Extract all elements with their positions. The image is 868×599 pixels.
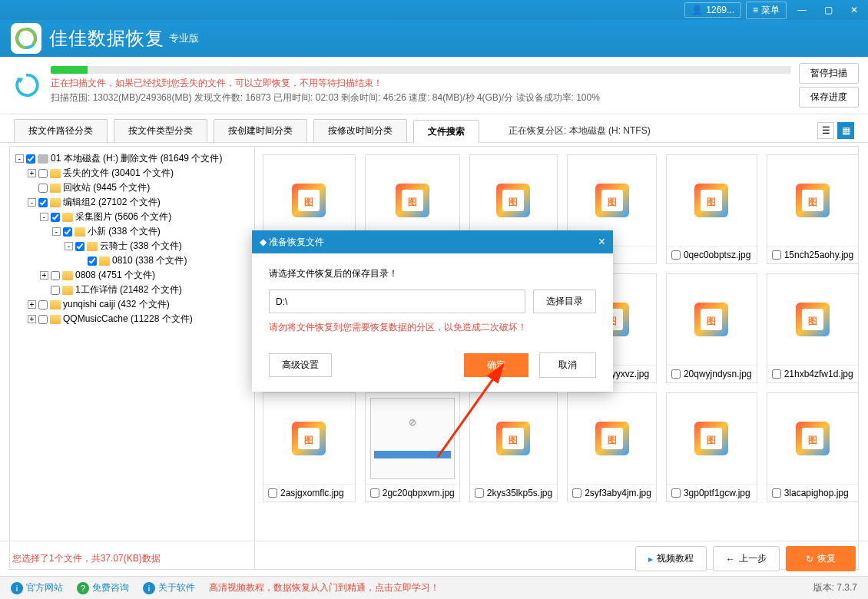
dialog-close-icon[interactable]: × (598, 235, 605, 249)
tree-node[interactable]: -云骑士 (338 个文件) (13, 239, 251, 253)
tree-checkbox[interactable] (88, 256, 97, 266)
tree-node[interactable]: 1工作详情 (21482 个文件) (13, 283, 251, 297)
file-name: 2gc20qbpxvm.jpg (383, 488, 455, 498)
svg-text:图: 图 (808, 316, 817, 326)
tree-node[interactable]: -小新 (338 个文件) (13, 224, 251, 239)
tree-node[interactable]: -采集图片 (5606 个文件) (13, 210, 251, 224)
maximize-button[interactable]: ▢ (817, 2, 839, 18)
tree-twisty-icon[interactable]: - (52, 227, 61, 236)
tree-node[interactable]: +0808 (4751 个文件) (13, 268, 251, 283)
recover-button[interactable]: ↻恢复 (786, 546, 856, 571)
tree-node[interactable]: 回收站 (9445 个文件) (13, 180, 251, 195)
svg-text:图: 图 (509, 197, 518, 207)
pause-scan-button[interactable]: 暂停扫描 (799, 63, 859, 84)
tree-checkbox[interactable] (38, 184, 48, 193)
tree-checkbox[interactable] (38, 169, 48, 178)
tree-twisty-icon[interactable]: - (15, 154, 24, 163)
tree-node[interactable]: +QQMusicCache (11228 个文件) (13, 312, 251, 326)
file-checkbox[interactable] (772, 250, 781, 260)
file-thumbnail[interactable]: 图2asjgxomflc.jpg (263, 392, 356, 502)
svg-text:图: 图 (707, 435, 716, 445)
folder-icon (87, 242, 98, 251)
folder-tree[interactable]: -01 本地磁盘 (H:) 删除文件 (81649 个文件)+丢失的文件 (30… (9, 146, 255, 570)
tree-twisty-icon[interactable]: - (65, 242, 73, 250)
file-checkbox[interactable] (671, 250, 681, 260)
user-button[interactable]: 👤1269... (684, 2, 741, 18)
free-consult-link[interactable]: ?免费咨询 (77, 581, 129, 594)
tree-twisty-icon[interactable]: + (28, 315, 36, 323)
tree-checkbox[interactable] (63, 227, 72, 237)
tree-node[interactable]: +yunqishi caiji (432 个文件) (13, 297, 251, 312)
app-title: 佳佳数据恢复 (49, 26, 164, 51)
file-thumbnail[interactable]: ⊘2gc20qbpxvm.jpg (365, 392, 460, 502)
tree-checkbox[interactable] (75, 242, 84, 251)
tree-label: 小新 (338 个文件) (88, 225, 161, 238)
image-placeholder-icon: 图 (591, 179, 634, 222)
file-thumbnail[interactable]: 图20qwyjndysn.jpg (666, 273, 757, 383)
file-name: 2kys35lkp5s.jpg (487, 488, 552, 498)
file-checkbox[interactable] (772, 488, 781, 498)
tree-label: 0808 (4751 个文件) (75, 269, 155, 282)
file-name: 2asjgxomflc.jpg (280, 488, 344, 498)
view-list-icon[interactable]: ☰ (817, 122, 834, 139)
tree-checkbox[interactable] (38, 300, 48, 309)
menu-button[interactable]: ≡菜单 (746, 2, 787, 19)
tree-twisty-icon[interactable]: - (40, 213, 48, 221)
file-checkbox[interactable] (671, 488, 681, 498)
tab-by-created[interactable]: 按创建时间分类 (214, 119, 307, 142)
official-site-link[interactable]: i官方网站 (11, 581, 63, 594)
view-grid-icon[interactable]: ▦ (837, 122, 854, 139)
tree-checkbox[interactable] (51, 213, 60, 222)
tree-checkbox[interactable] (51, 271, 60, 280)
file-checkbox[interactable] (475, 488, 484, 498)
prev-step-button[interactable]: ←上一步 (713, 546, 780, 571)
tree-checkbox[interactable] (26, 154, 35, 164)
file-thumbnail[interactable]: 图2syf3aby4jm.jpg (567, 392, 657, 502)
save-path-input[interactable] (269, 290, 525, 313)
file-checkbox[interactable] (572, 488, 581, 498)
close-button[interactable]: ✕ (843, 2, 865, 18)
save-progress-button[interactable]: 保存进度 (799, 87, 859, 108)
image-placeholder-icon: 图 (492, 179, 535, 222)
image-placeholder-icon: 图 (492, 417, 535, 460)
minimize-button[interactable]: — (791, 2, 813, 18)
file-checkbox[interactable] (772, 369, 781, 379)
app-header: 佳佳数据恢复 专业版 (0, 20, 868, 57)
tree-node[interactable]: 0810 (338 个文件) (13, 253, 251, 268)
tree-node[interactable]: -01 本地磁盘 (H:) 删除文件 (81649 个文件) (13, 151, 251, 166)
recover-dialog: ◆ 准备恢复文件 × 请选择文件恢复后的保存目录！ 选择目录 请勿将文件恢复到您… (252, 230, 613, 392)
file-thumbnail[interactable]: 图3lacapighop.jpg (767, 392, 859, 502)
about-link[interactable]: i关于软件 (143, 581, 195, 594)
file-thumbnail[interactable]: 图21hxb4zfw1d.jpg (767, 273, 859, 383)
tab-by-type[interactable]: 按文件类型分类 (114, 119, 207, 142)
tree-twisty-icon[interactable]: + (28, 300, 36, 309)
footer-promo[interactable]: 高清视频教程，数据恢复从入门到精通，点击立即学习！ (209, 581, 439, 594)
advanced-settings-button[interactable]: 高级设置 (269, 353, 332, 377)
tree-twisty-icon[interactable]: + (40, 271, 48, 280)
tree-checkbox[interactable] (38, 198, 48, 207)
file-thumbnail[interactable]: 图3gp0ptf1gcw.jpg (666, 392, 757, 502)
tree-checkbox[interactable] (51, 286, 60, 295)
browse-button[interactable]: 选择目录 (533, 290, 596, 313)
tab-by-modified[interactable]: 按修改时间分类 (313, 119, 407, 142)
file-thumbnail[interactable]: 图2kys35lkp5s.jpg (469, 392, 558, 502)
file-checkbox[interactable] (370, 488, 379, 498)
tree-twisty-icon[interactable]: - (28, 198, 36, 207)
file-thumbnail[interactable]: 图0qec0obptsz.jpg (666, 154, 757, 264)
scan-message: 正在扫描文件，如果已经找到您丢失的文件，可以立即恢复，不用等待扫描结束！ (51, 77, 791, 90)
tab-by-path[interactable]: 按文件路径分类 (14, 119, 108, 142)
tree-node[interactable]: -编辑组2 (27102 个文件) (13, 195, 251, 210)
tree-checkbox[interactable] (38, 315, 48, 324)
file-checkbox[interactable] (268, 488, 277, 498)
file-checkbox[interactable] (671, 369, 681, 379)
cancel-button[interactable]: 取消 (539, 352, 596, 378)
file-thumbnail[interactable]: 图15nch25aohy.jpg (767, 154, 859, 264)
svg-text:图: 图 (707, 197, 716, 207)
tab-search[interactable]: 文件搜索 (413, 120, 479, 143)
tree-label: QQMusicCache (11228 个文件) (63, 313, 193, 326)
image-placeholder-icon: 图 (287, 179, 330, 222)
video-tutorial-button[interactable]: ▸视频教程 (635, 546, 707, 571)
tree-twisty-icon[interactable]: + (28, 169, 36, 177)
tree-node[interactable]: +丢失的文件 (30401 个文件) (13, 166, 251, 180)
ok-button[interactable]: 确定 (464, 353, 528, 377)
